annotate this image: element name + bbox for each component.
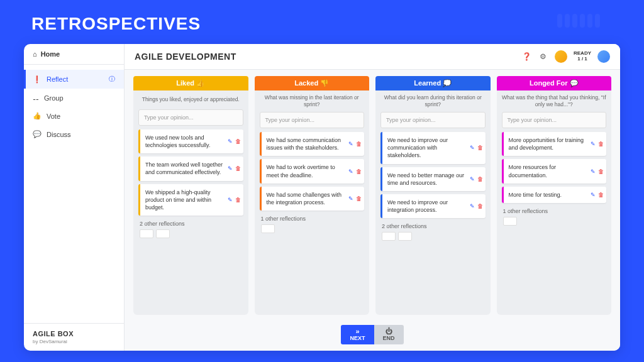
edit-icon[interactable]: ✎ xyxy=(470,144,475,151)
columns-container: Liked 👍 Things you liked, enjoyed or app… xyxy=(125,70,620,321)
column-description: Things you liked, enjoyed or appreciated… xyxy=(133,90,248,109)
home-label: Home xyxy=(41,50,60,58)
delete-icon[interactable]: 🗑 xyxy=(598,140,604,148)
cards-list: We had some communication issues with th… xyxy=(255,132,370,211)
delete-icon[interactable]: 🗑 xyxy=(235,138,241,145)
sidebar-nav: ❗ Reflect ⓘ ⚋ Group 👍 Vote 💬 Discuss xyxy=(24,65,124,323)
card-actions: ✎ 🗑 xyxy=(591,191,604,199)
delete-icon[interactable]: 🗑 xyxy=(356,140,362,148)
opinion-input[interactable]: Type your opinion... xyxy=(502,112,607,128)
reflection-card[interactable]: We need to improve our integration proce… xyxy=(380,194,486,218)
edit-icon[interactable]: ✎ xyxy=(591,191,596,199)
other-reflections-boxes xyxy=(255,224,370,233)
opinion-input[interactable]: Type your opinion... xyxy=(380,112,486,128)
edit-icon[interactable]: ✎ xyxy=(470,175,475,183)
hidden-reflection[interactable] xyxy=(382,232,396,241)
board-title: AGILE DEVELOPMENT xyxy=(135,52,236,62)
edit-icon[interactable]: ✎ xyxy=(591,140,596,148)
hidden-reflection[interactable] xyxy=(140,229,153,238)
help-icon[interactable]: ❓ xyxy=(522,52,532,62)
reflection-card[interactable]: We need to better manage our time and re… xyxy=(380,167,486,191)
topbar: AGILE DEVELOPMENT ❓ ⚙ READY 1 / 1 xyxy=(125,44,620,70)
delete-icon[interactable]: 🗑 xyxy=(598,191,604,199)
home-link[interactable]: ⌂ Home xyxy=(24,44,124,65)
sidebar-item-group[interactable]: ⚋ Group xyxy=(24,89,124,107)
app-window: ⌂ Home ❗ Reflect ⓘ ⚋ Group 👍 Vote 💬 Disc… xyxy=(24,44,620,351)
sidebar-item-discuss[interactable]: 💬 Discuss xyxy=(24,125,124,143)
reflection-card[interactable]: We had some communication issues with th… xyxy=(260,132,365,156)
brand-byline: by DevSamurai xyxy=(33,339,67,344)
other-reflections-boxes xyxy=(375,232,491,241)
delete-icon[interactable]: 🗑 xyxy=(235,165,241,172)
cards-list: We need to improve our communication wit… xyxy=(375,132,491,218)
hidden-reflection[interactable] xyxy=(156,229,170,238)
sidebar-item-reflect[interactable]: ❗ Reflect ⓘ xyxy=(24,70,124,89)
column-description: What was the thing that had you thinking… xyxy=(497,90,612,112)
reflection-card[interactable]: More resources for documentation. ✎ 🗑 xyxy=(502,159,607,183)
next-button[interactable]: » NEXT xyxy=(341,325,374,344)
group-icon: ⚋ xyxy=(33,94,39,102)
column-blue: Learned 💭 What did you learn during this… xyxy=(375,76,491,315)
column-description: What did you learn during this iteration… xyxy=(375,90,491,112)
reflection-card[interactable]: More time for testing. ✎ 🗑 xyxy=(502,187,607,203)
opinion-input[interactable]: Type your opinion... xyxy=(138,109,243,126)
next-label: NEXT xyxy=(350,335,365,341)
edit-icon[interactable]: ✎ xyxy=(228,196,233,204)
avatar[interactable] xyxy=(597,50,610,63)
end-button[interactable]: ⏻ END xyxy=(374,325,404,344)
help-icon[interactable]: ⓘ xyxy=(109,75,115,84)
reflection-card[interactable]: We shipped a high-quality product on tim… xyxy=(138,184,243,216)
delete-icon[interactable]: 🗑 xyxy=(598,167,604,175)
column-description: What was missing in the last iteration o… xyxy=(255,90,370,112)
other-reflections-label: 2 other reflections xyxy=(133,216,248,229)
delete-icon[interactable]: 🗑 xyxy=(356,195,362,202)
column-header: Learned 💭 xyxy=(375,76,491,90)
cards-list: More opportunities for training and deve… xyxy=(497,132,612,203)
delete-icon[interactable]: 🗑 xyxy=(477,144,483,151)
column-pink: Longed For 💬 What was the thing that had… xyxy=(497,76,612,315)
column-yellow: Liked 👍 Things you liked, enjoyed or app… xyxy=(133,76,248,315)
card-actions: ✎ 🗑 xyxy=(591,167,604,175)
card-actions: ✎ 🗑 xyxy=(348,167,362,175)
hidden-reflection[interactable] xyxy=(398,232,412,241)
edit-icon[interactable]: ✎ xyxy=(348,140,353,148)
reflection-card[interactable]: The team worked well together and commun… xyxy=(138,156,243,180)
edit-icon[interactable]: ✎ xyxy=(348,195,353,202)
edit-icon[interactable]: ✎ xyxy=(470,202,475,210)
sidebar: ⌂ Home ❗ Reflect ⓘ ⚋ Group 👍 Vote 💬 Disc… xyxy=(24,44,125,351)
main-area: AGILE DEVELOPMENT ❓ ⚙ READY 1 / 1 Liked … xyxy=(125,44,620,351)
delete-icon[interactable]: 🗑 xyxy=(235,196,241,204)
hidden-reflection[interactable] xyxy=(503,217,517,226)
reflect-icon: ❗ xyxy=(33,75,42,84)
page-title: RETROSPECTIVES xyxy=(31,14,201,34)
ready-count: 1 / 1 xyxy=(574,57,591,62)
other-reflections-label: 1 other reflections xyxy=(255,211,370,224)
avatar[interactable] xyxy=(555,50,567,63)
sidebar-item-label: Group xyxy=(44,94,64,102)
opinion-input[interactable]: Type your opinion... xyxy=(260,112,365,128)
delete-icon[interactable]: 🗑 xyxy=(356,167,362,175)
reflection-card[interactable]: We had some challenges with the integrat… xyxy=(260,187,365,211)
card-actions: ✎ 🗑 xyxy=(470,202,483,210)
edit-icon[interactable]: ✎ xyxy=(228,138,233,145)
other-reflections-boxes xyxy=(497,217,612,226)
home-icon: ⌂ xyxy=(33,50,37,58)
card-actions: ✎ 🗑 xyxy=(348,195,362,202)
gear-icon[interactable]: ⚙ xyxy=(538,52,548,62)
reflection-card[interactable]: We need to improve our communication wit… xyxy=(380,132,486,163)
edit-icon[interactable]: ✎ xyxy=(348,167,353,175)
reflection-card[interactable]: More opportunities for training and deve… xyxy=(502,132,607,156)
hidden-reflection[interactable] xyxy=(261,224,275,233)
discuss-icon: 💬 xyxy=(33,130,42,138)
sidebar-item-vote[interactable]: 👍 Vote xyxy=(24,107,124,125)
delete-icon[interactable]: 🗑 xyxy=(477,202,483,210)
edit-icon[interactable]: ✎ xyxy=(591,167,596,175)
brand-name: AGILE BOX xyxy=(33,330,74,337)
reflection-card[interactable]: We used new tools and technologies succe… xyxy=(138,129,243,153)
card-actions: ✎ 🗑 xyxy=(591,140,604,148)
cards-list: We used new tools and technologies succe… xyxy=(133,129,248,216)
sidebar-item-label: Vote xyxy=(47,112,60,120)
edit-icon[interactable]: ✎ xyxy=(228,165,233,172)
reflection-card[interactable]: We had to work overtime to meet the dead… xyxy=(260,159,365,183)
delete-icon[interactable]: 🗑 xyxy=(477,175,483,183)
